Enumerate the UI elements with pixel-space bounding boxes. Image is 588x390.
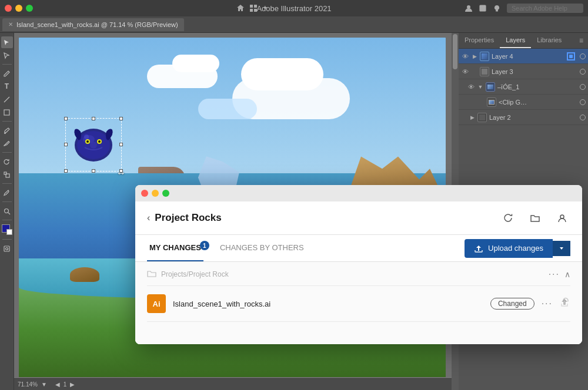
cp-tab-changes-by-others[interactable]: CHANGES BY OTHERS [218,235,306,261]
zoom-tool[interactable] [1,205,13,217]
layer2-name: Layer 2 [489,114,577,121]
cp-path-more-button[interactable]: ··· [549,269,560,280]
lightbulb-icon[interactable] [493,4,501,12]
folder-icon [147,270,156,278]
cp-file-more-button[interactable]: ··· [542,298,553,309]
cp-tab-my-changes[interactable]: MY CHANGES 1 [147,235,203,261]
close-button[interactable] [5,5,12,12]
cloud-panel-titlebar [135,185,582,201]
title-bar: Adobe Illustrator 2021 [0,0,588,16]
app-title: Adobe Illustrator 2021 [256,4,331,13]
tool-separator-1 [2,64,12,65]
tab-layers[interactable]: Layers [500,33,531,48]
sub1-arrow[interactable]: ▼ [477,84,483,90]
profile-icon[interactable] [465,4,473,12]
sel-handle-bl[interactable] [64,169,68,173]
svg-rect-0 [250,5,253,8]
tab-properties[interactable]: Properties [459,33,500,48]
layer-row-layer4[interactable]: 👁 ▶ Layer 4 [459,49,588,64]
zoom-arrow-down[interactable]: ▼ [41,381,47,388]
rotate-tool[interactable] [1,156,13,167]
traffic-lights [5,5,33,12]
cp-tabs: MY CHANGES 1 CHANGES BY OTHERS Upload ch… [135,235,582,262]
layer4-eye[interactable]: 👁 [461,53,469,60]
layer-row-sub1[interactable]: 👁 ▼ –ïÓЕ_1 [459,79,588,95]
sub1-name: –ïÓЕ_1 [497,83,577,90]
cp-file-name: Island_scene1_with_rocks.ai [173,300,490,308]
scrollbar-thumb[interactable] [453,34,457,69]
layer-row-layer3[interactable]: 👁 Layer 3 [459,64,588,79]
cp-file-upload-icon[interactable] [559,297,570,311]
cp-minimize-button[interactable] [152,190,159,197]
tab-close-icon[interactable]: ✕ [8,21,13,28]
next-page[interactable]: ▶ [70,381,75,388]
cp-folder-icon[interactable] [527,210,543,226]
sel-handle-ml[interactable] [64,143,68,146]
cloud-panel-content: ‹ Project Rocks MY CHANGES 1 [135,201,582,344]
selected-gem-object[interactable]: ↔ [70,123,117,167]
upload-changes-button[interactable]: Upload changes [465,239,570,258]
cp-header-actions [500,210,570,226]
search-input[interactable] [507,4,583,13]
cp-path-folder-icon [147,270,156,280]
paint-brush-tool[interactable] [1,125,13,136]
window-icon[interactable] [479,4,487,12]
layer3-eye[interactable]: 👁 [461,68,469,75]
tool-separator-6 [2,220,12,220]
cp-refresh-icon[interactable] [500,210,516,226]
svg-line-13 [8,213,10,214]
type-tool[interactable]: T [1,80,13,92]
maximize-button[interactable] [26,5,33,12]
cp-profile-icon[interactable] [554,210,570,226]
cp-filelist: Projects/Project Rock ··· ∧ Ai Island_sc… [135,262,582,344]
home-icon[interactable] [236,4,245,12]
tab-bar: ✕ Island_scene1_with_rocks.ai @ 71.14 % … [0,16,588,33]
upload-btn-main[interactable]: Upload changes [465,239,553,258]
layer2-arrow[interactable]: ▶ [469,115,475,120]
cp-header: ‹ Project Rocks [135,201,582,235]
fill-color[interactable] [2,224,12,235]
tool-separator-5 [2,201,12,202]
svg-point-15 [6,247,8,250]
file-upload-cloud-icon [559,297,570,308]
cp-maximize-button[interactable] [162,190,169,197]
layer-row-clip[interactable]: <Clip G… [459,95,588,110]
line-tool[interactable] [1,93,13,105]
eyedropper-tool[interactable] [1,187,13,199]
layer3-thumb [480,67,489,76]
pencil-tool[interactable] [1,137,13,149]
selection-tool[interactable] [1,36,13,48]
screen-mode[interactable] [1,243,13,254]
pen-tool[interactable] [1,68,13,79]
prev-page[interactable]: ◀ [55,381,60,388]
sel-handle-tl[interactable] [64,117,68,120]
document-tab[interactable]: ✕ Island_scene1_with_rocks.ai @ 71.14 % … [2,18,184,31]
upload-btn-dropdown[interactable] [553,241,570,256]
sub1-eye[interactable]: 👁 [467,83,475,90]
sel-handle-tr[interactable] [119,117,123,120]
cp-back-button[interactable]: ‹ Project Rocks [147,212,222,224]
layer4-arrow[interactable]: ▶ [472,53,477,59]
tool-separator-4 [2,183,12,184]
layer4-circle [580,53,586,59]
tool-separator-3 [2,152,12,153]
svg-rect-2 [250,9,253,12]
sel-handle-mt[interactable] [92,117,95,120]
cp-file-row[interactable]: Ai Island_scene1_with_rocks.ai Changed ·… [147,286,570,322]
sel-handle-mb[interactable] [92,169,95,173]
sel-handle-mr[interactable] [119,143,123,146]
layer4-indicator-box [567,52,575,60]
minimize-button[interactable] [15,5,22,12]
cp-path-collapse-icon[interactable]: ∧ [564,270,570,279]
scale-tool[interactable] [1,169,13,180]
tab-libraries[interactable]: Libraries [531,33,567,48]
resize-cursor: ↔ [116,168,126,179]
direct-selection-tool[interactable] [1,49,13,61]
layer-row-layer2[interactable]: ▶ Layer 2 [459,110,588,125]
cp-close-button[interactable] [141,190,148,197]
layer3-name: Layer 3 [492,68,577,75]
clip-circle [580,99,586,105]
rect-tool[interactable] [1,106,13,118]
panel-menu-icon[interactable]: ≡ [574,33,588,48]
zoom-level: 71.14% [18,381,38,388]
